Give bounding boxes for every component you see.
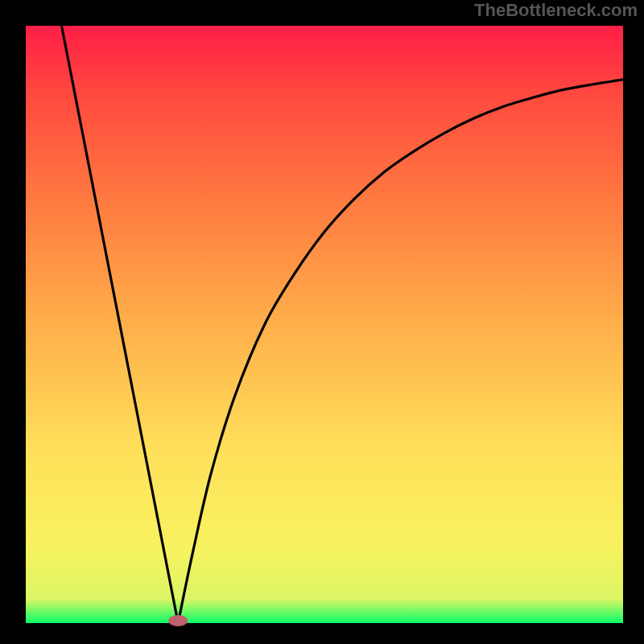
bottleneck-chart xyxy=(0,0,644,644)
watermark: TheBottleneck.com xyxy=(474,0,638,21)
plot-area xyxy=(26,26,623,623)
valley-marker xyxy=(168,615,188,626)
